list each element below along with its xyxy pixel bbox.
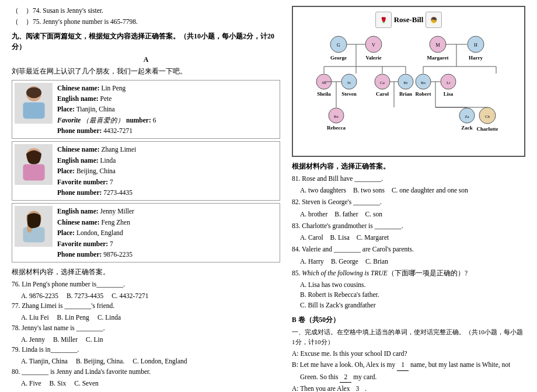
dialogue-line-3: Green. So this 2 my card.: [292, 372, 525, 383]
q80: 80. ________ is Jenny and Linda's favori…: [12, 367, 280, 377]
dialogue-line-1: A: Excuse me. Is this your school ID car…: [292, 349, 525, 359]
rose-bill-header: 🌹 Rose-Bill 👦: [298, 12, 519, 28]
svg-text:Ch: Ch: [485, 114, 490, 119]
svg-text:Zack: Zack: [461, 125, 473, 131]
svg-rect-1: [23, 103, 44, 119]
page-container: （ ）74. Susan is Jenny's sister. （ ）75. J…: [12, 6, 525, 392]
svg-text:Lisa: Lisa: [444, 91, 454, 97]
q80-opts: A. FiveB. SixC. Seven: [21, 379, 280, 388]
dialogue-line-2: B: Let me have a look. Oh, Alex is my 1 …: [292, 360, 525, 370]
right-questions: 根据材料内容，选择正确答案。 81. Rose and Bill have __…: [292, 162, 525, 310]
svg-text:Sh: Sh: [322, 80, 326, 85]
section-a-intro: 刘菲最近在网上认识了几个朋友，我们一起来看一下吧。: [12, 66, 280, 76]
svg-text:G: G: [337, 43, 340, 48]
q75: （ ）75. Jenny's phone number is 465-7798.: [12, 17, 280, 27]
q77: 77. Zhang Limei is ________'s friend.: [12, 301, 280, 311]
right-q-header: 根据材料内容，选择正确答案。: [292, 162, 525, 172]
q79: 79. Linda is in________.: [12, 345, 280, 355]
section-b2-subheader: 一、完成对话。在空格中填上适当的单词，使对话完整正确。（共10小题，每小题1分，…: [292, 327, 525, 346]
avatar-3: [15, 206, 53, 247]
svg-text:V: V: [372, 43, 375, 48]
svg-rect-6: [23, 227, 44, 242]
svg-text:Ca: Ca: [380, 80, 385, 85]
avatar-1: [15, 83, 53, 124]
svg-text:Br: Br: [404, 80, 409, 85]
family-tree-svg: G George V Valerie M Margaret H Harry: [298, 32, 514, 148]
q74: （ ）74. Susan is Jenny's sister.: [12, 6, 280, 16]
q78: 78. Jenny's last name is ________.: [12, 323, 280, 333]
svg-text:Ro: Ro: [421, 80, 426, 85]
q79-opts: A. Tianjin, ChinaB. Beijing, China.C. Lo…: [21, 356, 280, 366]
svg-text:Za: Za: [465, 114, 469, 119]
svg-rect-4: [23, 164, 44, 181]
dialogue-line-4: A: Then you are Alex 3 .: [292, 384, 525, 392]
svg-text:M: M: [435, 43, 440, 48]
top-questions: （ ）74. Susan is Jenny's sister. （ ）75. J…: [12, 6, 280, 27]
q76-opts: A. 9876-2235B. 7273-4435C. 4432-7271: [21, 291, 280, 301]
svg-text:Rebecca: Rebecca: [327, 125, 346, 131]
svg-text:Valerie: Valerie: [365, 55, 381, 61]
svg-text:Li: Li: [447, 80, 450, 85]
rose-icon: 🌹: [375, 12, 392, 28]
svg-text:Sheila: Sheila: [317, 91, 331, 97]
rose-bill-title: Rose-Bill: [394, 14, 424, 26]
reading-q-section: 根据材料内容，选择正确答案。 76. Lin Peng's phone numb…: [12, 267, 280, 388]
svg-text:Carol: Carol: [376, 91, 389, 97]
q82: 82. Steven is George's ________.: [292, 197, 525, 207]
svg-text:Margaret: Margaret: [427, 55, 449, 61]
q85-opts: A. Lisa has two cousins. B. Robert is Re…: [300, 280, 525, 310]
q76: 76. Lin Peng's phone number is________.: [12, 279, 280, 289]
profile-info-2: Chinese name: Zhang Limei English name: …: [57, 144, 136, 198]
q77-opts: A. Liu FeiB. Lin PengC. Linda: [21, 313, 280, 323]
section-b2: B 卷（共50分） 一、完成对话。在空格中填上适当的单词，使对话完整正确。（共1…: [292, 315, 525, 392]
svg-text:Charlotte: Charlotte: [477, 126, 498, 132]
section9-header: 九、阅读下面两篇短文，根据短文内容选择正确答案。（共10小题，每小题2分，计20…: [12, 31, 280, 52]
section-b2-header: B 卷（共50分）: [292, 315, 525, 325]
svg-text:Harry: Harry: [469, 55, 483, 61]
svg-text:H: H: [474, 43, 477, 48]
avatar-2: [15, 144, 53, 185]
svg-text:Robert: Robert: [416, 91, 431, 97]
q81: 81. Rose and Bill have ________.: [292, 174, 525, 184]
profile-card-2: Chinese name: Zhang Limei English name: …: [12, 141, 280, 201]
bill-icon: 👦: [426, 12, 442, 28]
svg-text:St: St: [347, 80, 351, 85]
section-a-label: A: [12, 54, 280, 65]
left-column: （ ）74. Susan is Jenny's sister. （ ）75. J…: [12, 6, 280, 392]
svg-text:Steven: Steven: [341, 91, 357, 97]
q78-opts: A. JennyB. MillerC. Lin: [21, 335, 280, 345]
q81-opts: A. two daughtersB. two sonsC. one daught…: [300, 186, 525, 195]
q84: 84. Valerie and ________ are Carol's par…: [292, 244, 525, 254]
profile-card-1: Chinese name: Lin Peng English name: Pet…: [12, 80, 280, 139]
family-tree: 🌹 Rose-Bill 👦 G George V Valerie M: [292, 6, 525, 157]
svg-point-2: [26, 88, 41, 99]
q82-opts: A. brotherB. fatherC. son: [300, 209, 525, 219]
right-column: 🌹 Rose-Bill 👦 G George V Valerie M: [292, 6, 525, 392]
q83-opts: A. CarolB. LisaC. Margaret: [300, 233, 525, 243]
svg-text:George: George: [330, 55, 347, 61]
profile-info-3: English name: Jenny Miller Chinese name:…: [57, 206, 134, 260]
profile-info-1: Chinese name: Lin Peng English name: Pet…: [57, 83, 156, 136]
q84-opts: A. HarryB. GeorgeC. Brian: [300, 257, 525, 267]
q83: 83. Charlotte's grandmother is ________.: [292, 221, 525, 231]
q85: 85. Which of the following is TRUE（下面哪一项…: [292, 268, 525, 278]
svg-text:Re: Re: [334, 114, 339, 119]
svg-text:Brian: Brian: [399, 91, 412, 97]
profile-card-3: English name: Jenny Miller Chinese name:…: [12, 203, 280, 262]
reading-q-header: 根据材料内容，选择正确答案。: [12, 267, 280, 277]
